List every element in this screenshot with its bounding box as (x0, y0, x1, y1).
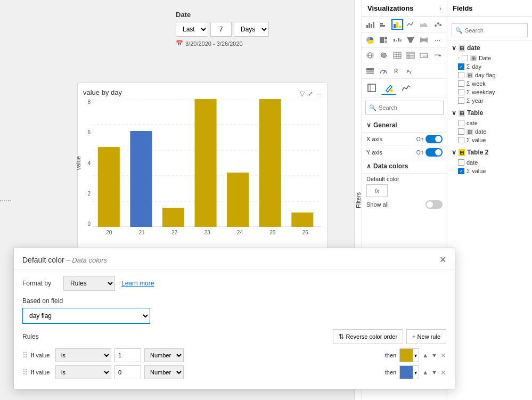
drag-handle-1[interactable]: ⠿ (22, 351, 28, 360)
bar-21[interactable] (130, 131, 152, 227)
period-value-input[interactable] (210, 22, 232, 37)
checkbox-date-day[interactable]: ✓ (458, 63, 464, 70)
field-item-table-date[interactable]: ⊞ date (447, 127, 532, 136)
bar-22[interactable] (162, 208, 184, 227)
viz-icon-funnel[interactable] (405, 35, 416, 45)
data-colors-section-header[interactable]: ∧ Data colors (362, 159, 447, 174)
fields-search-input[interactable] (465, 27, 532, 34)
show-all-toggle[interactable] (425, 200, 443, 209)
field-item-table-cate[interactable]: cate (447, 119, 532, 127)
based-on-field-select[interactable]: day flag (22, 308, 150, 324)
format-by-select[interactable]: Rules Gradient Field value (63, 276, 115, 291)
unit-select[interactable]: Days (234, 22, 269, 37)
viz-icon-pie[interactable] (364, 35, 376, 45)
checkbox-table-value[interactable] (458, 137, 464, 143)
viz-icon-scatter[interactable] (432, 19, 444, 30)
field-item-table-value[interactable]: Σ value (447, 136, 532, 144)
then-label-1: then (385, 352, 396, 358)
type-select-1[interactable]: Number Percent (144, 348, 184, 362)
format-tab-analytics[interactable] (398, 81, 413, 95)
viz-icon-gauge[interactable] (378, 66, 389, 76)
field-group-table2-header[interactable]: ∨ ⊞ Table 2 (447, 146, 532, 158)
field-group-table-header[interactable]: ∨ ⊞ Table (447, 107, 532, 119)
viz-icon-matrix[interactable] (405, 50, 416, 61)
bar-23[interactable] (195, 99, 217, 227)
bar-25[interactable] (259, 99, 281, 227)
color-btn-1[interactable]: ▾ (399, 348, 419, 362)
move-up-btn-1[interactable]: ▲ (422, 352, 428, 358)
viz-icon-kpi[interactable]: KPI (432, 50, 444, 61)
calendar-icon: 📅 (176, 40, 183, 47)
value-input-2[interactable] (114, 365, 141, 379)
delete-btn-2[interactable]: ✕ (440, 369, 446, 377)
field-item-table2-date[interactable]: date (447, 158, 532, 167)
type-select-2[interactable]: Number Percent (144, 365, 184, 379)
period-select[interactable]: Last (176, 22, 208, 37)
checkbox-date-year[interactable] (458, 97, 464, 104)
color-btn-2[interactable]: ▾ (399, 365, 419, 379)
field-item-date-week[interactable]: Σ week (447, 79, 532, 88)
field-group-date-header[interactable]: ∨ ⊞ date (447, 42, 532, 54)
checkbox-table2-date[interactable] (458, 159, 464, 166)
expand-icon[interactable]: › (439, 5, 441, 12)
general-section-header[interactable]: ∨ General (362, 118, 447, 133)
condition-select-1[interactable]: is is not is greater than is less than (55, 348, 111, 362)
checkbox-table-cate[interactable] (458, 120, 464, 126)
checkbox-date-weekday[interactable] (458, 89, 464, 95)
chart-filter-icon[interactable]: ▽ (300, 90, 305, 97)
y-axis-toggle[interactable] (425, 148, 443, 157)
viz-icon-py[interactable]: Py (405, 66, 416, 76)
field-item-date-day[interactable]: ✓ Σ day (447, 62, 532, 71)
viz-icon-table-viz[interactable] (391, 50, 403, 61)
bar-24[interactable] (227, 173, 249, 227)
viz-icon-r[interactable]: R (391, 66, 403, 76)
dialog-close-button[interactable]: ✕ (439, 255, 446, 265)
move-down-btn-1[interactable]: ▼ (431, 352, 437, 358)
viz-icon-waterfall[interactable] (391, 35, 403, 45)
new-rule-button[interactable]: + New rule (406, 329, 446, 344)
checkbox-date-dayflag[interactable] (458, 72, 464, 78)
chart-more-icon[interactable]: ··· (316, 90, 322, 97)
format-tab-paint[interactable] (381, 81, 396, 95)
checkbox-date-Date[interactable] (462, 55, 468, 61)
viz-icon-card[interactable]: 123 (418, 50, 430, 61)
reverse-color-order-button[interactable]: ⇅ Reverse color order (333, 329, 404, 344)
viz-icon-slicer[interactable] (364, 66, 376, 76)
bar-26[interactable] (291, 213, 313, 227)
default-color-btn[interactable]: fx (366, 184, 388, 197)
viz-icon-column[interactable] (391, 19, 403, 30)
move-up-btn-2[interactable]: ▲ (422, 369, 428, 375)
viz-icon-bar2[interactable] (378, 19, 389, 30)
value-input-1[interactable] (114, 348, 141, 362)
field-item-table2-value[interactable]: ✓ Σ value (447, 167, 532, 175)
checkbox-date-week[interactable] (458, 80, 464, 87)
x-axis-toggle[interactable] (425, 135, 443, 143)
field-item-date-Date[interactable]: › ⊞ Date (447, 54, 532, 62)
field-item-date-weekday[interactable]: Σ weekday (447, 88, 532, 96)
viz-icon-area[interactable] (418, 19, 430, 30)
chart-focus-icon[interactable]: ⤢ (308, 90, 313, 97)
viz-icon-bar[interactable] (364, 19, 376, 30)
move-down-btn-2[interactable]: ▼ (431, 369, 437, 375)
color-dropdown-1[interactable]: ▾ (413, 353, 419, 358)
drag-handle-2[interactable]: ⠿ (22, 368, 28, 377)
viz-icon-ribbon[interactable] (418, 35, 430, 45)
viz-icon-treemap[interactable] (378, 35, 389, 45)
field-item-date-year[interactable]: Σ year (447, 96, 532, 105)
delete-btn-1[interactable]: ✕ (440, 352, 446, 360)
checkbox-table-date[interactable] (458, 128, 464, 135)
checkbox-table2-value[interactable]: ✓ (458, 168, 464, 174)
field-group-icon-table2: ⊞ (459, 149, 465, 156)
viz-icon-more[interactable]: ··· (432, 35, 444, 45)
learn-more-link[interactable]: Learn more (121, 280, 154, 287)
viz-icon-filled-map[interactable] (378, 50, 389, 61)
color-dropdown-2[interactable]: ▾ (413, 370, 419, 375)
viz-icon-map[interactable] (364, 50, 376, 61)
bar-20[interactable] (98, 147, 120, 227)
viz-search-input[interactable] (379, 104, 447, 111)
viz-icon-line[interactable] (405, 19, 416, 30)
condition-select-2[interactable]: is is not is greater than is less than (55, 365, 111, 379)
format-tab-fields[interactable] (364, 81, 379, 95)
svg-rect-8 (371, 24, 372, 28)
field-item-date-dayflag[interactable]: ⊞ day flag (447, 71, 532, 79)
